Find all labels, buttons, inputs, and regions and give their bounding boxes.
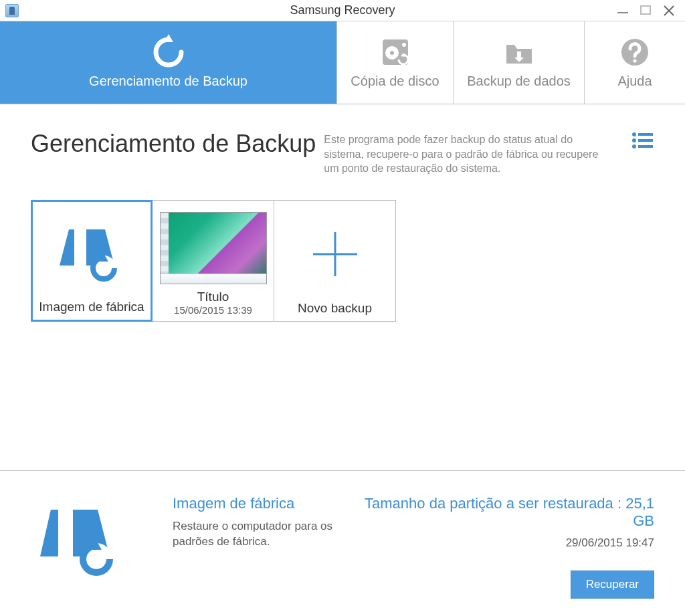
svg-rect-17 [74, 229, 86, 266]
restore-button[interactable]: Recuperar [571, 571, 654, 599]
titlebar: Samsung Recovery [0, 0, 685, 21]
partition-size: Tamanho da partição a ser restaurada : 2… [349, 495, 654, 530]
close-icon[interactable] [662, 4, 676, 17]
details-panel: Imagem de fábrica Restaure o computador … [0, 470, 685, 616]
card-factory-image[interactable]: Imagem de fábrica [31, 200, 153, 322]
backup-thumbnail [155, 207, 271, 290]
card-title: Título [197, 290, 229, 304]
content-area: Gerenciamento de Backup Este programa po… [0, 104, 685, 328]
svg-point-15 [632, 144, 636, 148]
svg-point-11 [632, 132, 636, 136]
refresh-icon [149, 36, 188, 68]
card-title: Imagem de fábrica [39, 300, 144, 314]
tab-data-backup[interactable]: Backup de dados [454, 21, 585, 104]
svg-point-13 [632, 138, 636, 142]
details-title: Imagem de fábrica [173, 495, 336, 512]
page-description: Este programa pode fazer backup do statu… [324, 132, 611, 176]
tab-bar: Gerenciamento de Backup Cópia de disco B… [0, 21, 685, 104]
factory-image-icon [35, 209, 148, 300]
backup-cards: Imagem de fábrica Título 15/06/2015 13:3… [31, 200, 654, 322]
svg-rect-21 [58, 510, 73, 556]
card-user-backup[interactable]: Título 15/06/2015 13:39 [153, 200, 274, 322]
tab-label: Backup de dados [463, 74, 575, 89]
card-title: Novo backup [298, 301, 372, 316]
svg-rect-8 [517, 52, 521, 58]
details-date: 29/06/2015 19:47 [349, 536, 654, 550]
tab-label: Cópia de disco [347, 74, 443, 89]
card-subtitle: 15/06/2015 13:39 [174, 304, 252, 316]
help-icon [618, 36, 652, 68]
app-icon [5, 4, 19, 17]
list-view-icon[interactable] [631, 131, 654, 152]
tab-label: Ajuda [613, 74, 656, 89]
svg-point-6 [390, 51, 394, 55]
plus-icon [277, 207, 393, 301]
window-title: Samsung Recovery [0, 3, 685, 17]
card-new-backup[interactable]: Novo backup [274, 200, 396, 322]
factory-image-icon [31, 495, 165, 599]
svg-point-10 [633, 59, 636, 62]
tab-backup-management[interactable]: Gerenciamento de Backup [0, 21, 337, 104]
tab-help[interactable]: Ajuda [585, 21, 685, 104]
svg-rect-12 [638, 133, 653, 136]
minimize-icon[interactable] [617, 4, 629, 17]
details-description: Restaure o computador para os padrões de… [173, 519, 336, 550]
svg-rect-1 [641, 6, 650, 14]
svg-rect-14 [638, 139, 653, 142]
svg-rect-16 [638, 145, 653, 148]
window-controls [617, 4, 685, 17]
maximize-icon[interactable] [640, 4, 652, 17]
download-folder-icon [502, 36, 536, 68]
page-title: Gerenciamento de Backup [31, 130, 316, 158]
disk-copy-icon [379, 36, 412, 68]
tab-label: Gerenciamento de Backup [85, 74, 252, 89]
tab-disk-copy[interactable]: Cópia de disco [337, 21, 454, 104]
svg-point-7 [402, 43, 406, 47]
